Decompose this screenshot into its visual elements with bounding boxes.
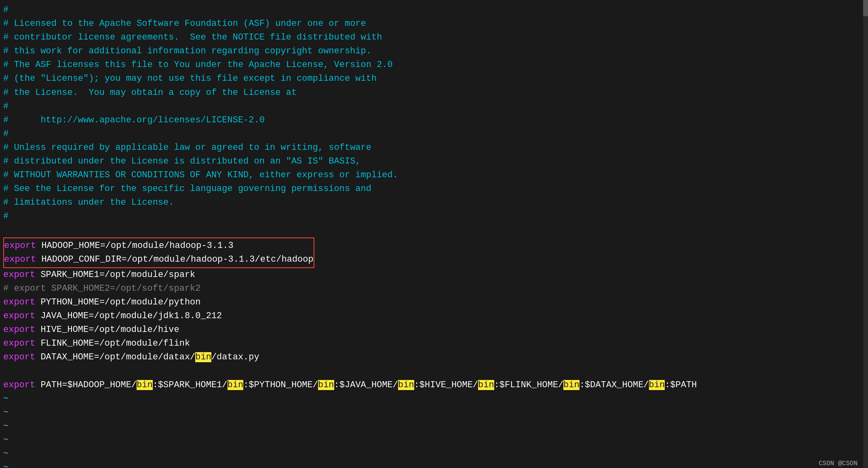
editor-container: # # Licensed to the Apache Software Foun… (0, 0, 868, 468)
line-1: # (3, 3, 868, 17)
bottom-bar: CSON @CSON (816, 459, 860, 468)
line-export-java-home: export JAVA_HOME=/opt/module/jdk1.8.0_21… (3, 309, 868, 323)
tilde-5: ~ (3, 447, 868, 461)
line-6: # (the "License"); you may not use this … (3, 72, 868, 86)
tilde-6: ~ (3, 461, 868, 468)
line-14: # See the License for the specific langu… (3, 182, 868, 196)
line-2: # Licensed to the Apache Software Founda… (3, 17, 868, 31)
highlighted-export-block: export HADOOP_HOME=/opt/module/hadoop-3.… (3, 237, 314, 268)
line-10: # (3, 127, 868, 141)
scrollbar-thumb[interactable] (863, 0, 868, 16)
line-11: # Unless required by applicable law or a… (3, 141, 868, 155)
line-commented-spark2: # export SPARK_HOME2=/opt/soft/spark2 (3, 282, 868, 296)
line-12: # distributed under the License is distr… (3, 155, 868, 168)
line-export-datax-home: export DATAX_HOME=/opt/module/datax/bin/… (3, 350, 868, 364)
line-export-hadoop-home: export HADOOP_HOME=/opt/module/hadoop-3.… (4, 239, 314, 253)
tilde-4: ~ (3, 433, 868, 447)
line-7: # the License. You may obtain a copy of … (3, 86, 868, 100)
tilde-1: ~ (3, 392, 868, 406)
line-13: # WITHOUT WARRANTIES OR CONDITIONS OF AN… (3, 168, 868, 182)
line-5: # The ASF licenses this file to You unde… (3, 58, 868, 72)
line-empty-1 (3, 224, 868, 237)
line-export-hive-home: export HIVE_HOME=/opt/module/hive (3, 323, 868, 337)
line-empty-2 (3, 364, 868, 378)
line-export-python-home: export PYTHON_HOME=/opt/module/python (3, 296, 868, 309)
tilde-3: ~ (3, 420, 868, 433)
line-export-spark-home1: export SPARK_HOME1=/opt/module/spark (3, 268, 868, 282)
line-16: # (3, 210, 868, 223)
line-export-hadoop-conf: export HADOOP_CONF_DIR=/opt/module/hadoo… (4, 253, 314, 267)
tilde-2: ~ (3, 406, 868, 420)
line-export-path: export PATH=$HADOOP_HOME/bin:$SPARK_HOME… (3, 378, 868, 392)
line-15: # limitations under the License. (3, 196, 868, 210)
line-3: # contributor license agreements. See th… (3, 31, 868, 44)
scrollbar[interactable] (863, 0, 868, 468)
line-export-flink-home: export FLINK_HOME=/opt/module/flink (3, 337, 868, 350)
line-8: # (3, 100, 868, 113)
line-4: # this work for additional information r… (3, 44, 868, 58)
line-9: # http://www.apache.org/licenses/LICENSE… (3, 113, 868, 127)
